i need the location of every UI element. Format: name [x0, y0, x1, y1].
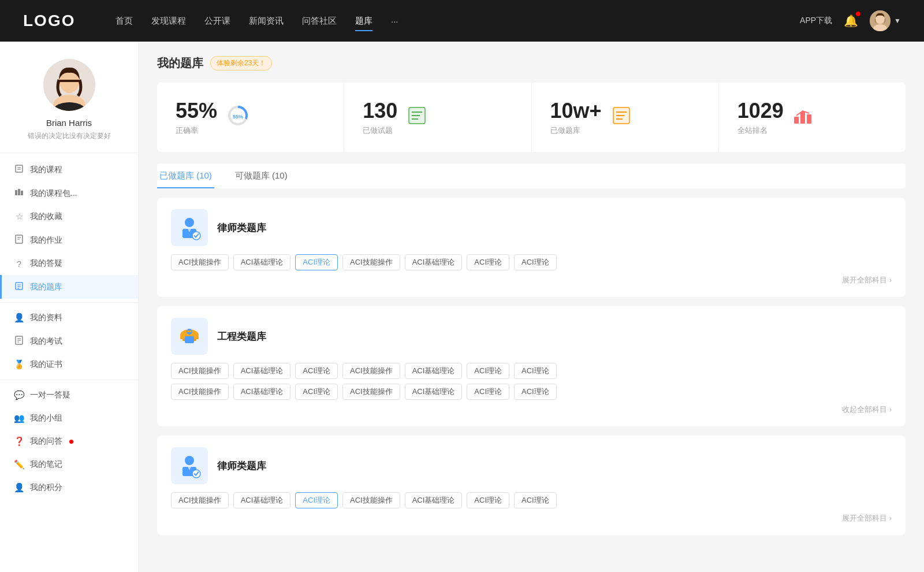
stats-row: 55% 正确率 55% 130 已做试题 — [157, 83, 906, 152]
header-right: APP下载 🔔 ▼ — [800, 10, 901, 31]
tags-row-lawyer-1: ACI技能操作 ACI基础理论 ACI理论 ACI技能操作 ACI基础理论 AC… — [171, 254, 892, 270]
svg-point-48 — [185, 456, 194, 465]
ranking-icon — [793, 105, 814, 130]
tag-2-active[interactable]: ACI理论 — [295, 254, 338, 270]
svg-rect-47 — [187, 330, 192, 332]
engineer-icon-wrap — [171, 318, 208, 355]
qbank-title-lawyer-1: 律师类题库 — [217, 221, 266, 235]
sidebar-item-courses[interactable]: 我的课程 — [0, 158, 138, 181]
l2-tag-6[interactable]: ACI理论 — [514, 492, 557, 508]
l2-tag-2-active[interactable]: ACI理论 — [295, 492, 338, 508]
profile-section: Brian Harris 错误的决定比没有决定要好 — [0, 42, 138, 153]
tag-4[interactable]: ACI基础理论 — [405, 254, 463, 270]
stat-done-questions: 130 已做试题 — [344, 83, 531, 152]
expand-link-engineer[interactable]: 收起全部科目 › — [171, 404, 892, 415]
l2-tag-0[interactable]: ACI技能操作 — [171, 492, 229, 508]
eng-tag-1[interactable]: ACI基础理论 — [233, 363, 291, 379]
svg-rect-8 — [16, 165, 23, 172]
tag-6[interactable]: ACI理论 — [514, 254, 557, 270]
svg-rect-11 — [15, 190, 17, 195]
qbank-card-lawyer-2: 律师类题库 ACI技能操作 ACI基础理论 ACI理论 ACI技能操作 ACI基… — [157, 436, 906, 535]
eng-tag-r2-3[interactable]: ACI技能操作 — [342, 384, 400, 400]
stat-ranking-label: 全站排名 — [737, 125, 784, 136]
notes-icon: ✏️ — [14, 459, 24, 470]
l2-tag-5[interactable]: ACI理论 — [467, 492, 509, 508]
nav-more[interactable]: ··· — [391, 14, 398, 28]
eng-tag-0[interactable]: ACI技能操作 — [171, 363, 229, 379]
sidebar-item-exam[interactable]: 我的考试 — [0, 329, 138, 353]
tag-0[interactable]: ACI技能操作 — [171, 254, 229, 270]
stat-done-banks-label: 已做题库 — [550, 125, 602, 136]
eng-tag-2[interactable]: ACI理论 — [295, 363, 338, 379]
qa-icon: ? — [14, 259, 24, 269]
tag-3[interactable]: ACI技能操作 — [342, 254, 400, 270]
myqa-icon: ❓ — [14, 436, 24, 447]
chevron-down-icon: ▼ — [894, 17, 901, 25]
header: LOGO 首页 发现课程 公开课 新闻资讯 问答社区 题库 ··· APP下载 … — [0, 0, 924, 42]
eng-tag-3[interactable]: ACI技能操作 — [342, 363, 400, 379]
svg-rect-46 — [185, 336, 194, 343]
stat-ranking: 1029 全站排名 — [719, 83, 906, 152]
l2-tag-3[interactable]: ACI技能操作 — [342, 492, 400, 508]
nav-qa[interactable]: 问答社区 — [302, 13, 337, 29]
eng-tag-r2-5[interactable]: ACI理论 — [467, 384, 509, 400]
expand-link-lawyer-2[interactable]: 展开全部科目 › — [171, 513, 892, 523]
nav-open-course[interactable]: 公开课 — [204, 13, 230, 29]
red-dot-badge — [69, 440, 73, 444]
eng-tag-5[interactable]: ACI理论 — [467, 363, 509, 379]
nav-qbank[interactable]: 题库 — [355, 13, 372, 29]
stat-done-questions-value: 130 — [363, 99, 397, 123]
tutoring-icon: 💬 — [14, 390, 24, 400]
eng-tag-r2-2[interactable]: ACI理论 — [295, 384, 338, 400]
svg-rect-36 — [794, 117, 799, 124]
sidebar-item-points[interactable]: 👤 我的积分 — [0, 476, 138, 499]
nav-news[interactable]: 新闻资讯 — [249, 13, 284, 29]
main-content: 我的题库 体验剩余23天！ 55% 正确率 55% — [139, 42, 924, 572]
sidebar-item-myqa[interactable]: ❓ 我的问答 — [0, 430, 138, 453]
sidebar-item-course-pack[interactable]: 我的课程包... — [0, 181, 138, 205]
page-title: 我的题库 — [157, 55, 203, 71]
eng-tag-r2-0[interactable]: ACI技能操作 — [171, 384, 229, 400]
app-download-link[interactable]: APP下载 — [800, 16, 832, 26]
eng-tag-4[interactable]: ACI基础理论 — [405, 363, 463, 379]
sidebar-item-homework[interactable]: 我的作业 — [0, 228, 138, 252]
sidebar-item-group[interactable]: 👥 我的小组 — [0, 407, 138, 430]
nav-home[interactable]: 首页 — [116, 13, 133, 29]
svg-rect-12 — [18, 189, 20, 195]
tab-done[interactable]: 已做题库 (10) — [157, 164, 214, 188]
profile-name: Brian Harris — [46, 118, 92, 128]
tag-1[interactable]: ACI基础理论 — [233, 254, 291, 270]
eng-tag-r2-6[interactable]: ACI理论 — [514, 384, 557, 400]
svg-text:55%: 55% — [233, 114, 243, 120]
exam-icon — [14, 336, 24, 347]
sidebar-item-favorites[interactable]: ☆ 我的收藏 — [0, 205, 138, 228]
qbank-header-lawyer-1: 律师类题库 — [171, 209, 892, 246]
svg-rect-6 — [59, 80, 80, 82]
eng-tag-r2-4[interactable]: ACI基础理论 — [405, 384, 463, 400]
l2-tag-1[interactable]: ACI基础理论 — [233, 492, 291, 508]
l2-tag-4[interactable]: ACI基础理论 — [405, 492, 463, 508]
sidebar-item-certificate[interactable]: 🏅 我的证书 — [0, 353, 138, 376]
nav: 首页 发现课程 公开课 新闻资讯 问答社区 题库 ··· — [116, 13, 777, 29]
nav-discover[interactable]: 发现课程 — [151, 13, 186, 29]
sidebar-item-qbank[interactable]: 我的题库 — [0, 275, 138, 299]
trial-badge: 体验剩余23天！ — [210, 56, 272, 70]
sidebar-item-profile[interactable]: 👤 我的资料 — [0, 306, 138, 329]
tags-row-engineer-1: ACI技能操作 ACI基础理论 ACI理论 ACI技能操作 ACI基础理论 AC… — [171, 363, 892, 379]
qbank-title-engineer: 工程类题库 — [217, 330, 266, 343]
eng-tag-r2-1[interactable]: ACI基础理论 — [233, 384, 291, 400]
bell-icon[interactable]: 🔔 — [844, 14, 858, 28]
user-avatar-wrapper[interactable]: ▼ — [870, 10, 901, 31]
expand-link-lawyer-1[interactable]: 展开全部科目 › — [171, 275, 892, 285]
tags-row-engineer-2: ACI技能操作 ACI基础理论 ACI理论 ACI技能操作 ACI基础理论 AC… — [171, 384, 892, 400]
sidebar-item-notes[interactable]: ✏️ 我的笔记 — [0, 453, 138, 476]
stat-done-banks-value: 10w+ — [550, 99, 602, 123]
tag-5[interactable]: ACI理论 — [467, 254, 509, 270]
tab-available[interactable]: 可做题库 (10) — [233, 164, 290, 188]
sidebar-item-qa[interactable]: ? 我的答疑 — [0, 252, 138, 275]
eng-tag-6[interactable]: ACI理论 — [514, 363, 557, 379]
sidebar-item-tutoring[interactable]: 💬 一对一答疑 — [0, 384, 138, 407]
logo[interactable]: LOGO — [23, 12, 92, 30]
sidebar-menu: 我的课程 我的课程包... ☆ 我的收藏 我的作业 ? 我的答疑 — [0, 153, 138, 504]
done-banks-icon — [611, 105, 632, 130]
